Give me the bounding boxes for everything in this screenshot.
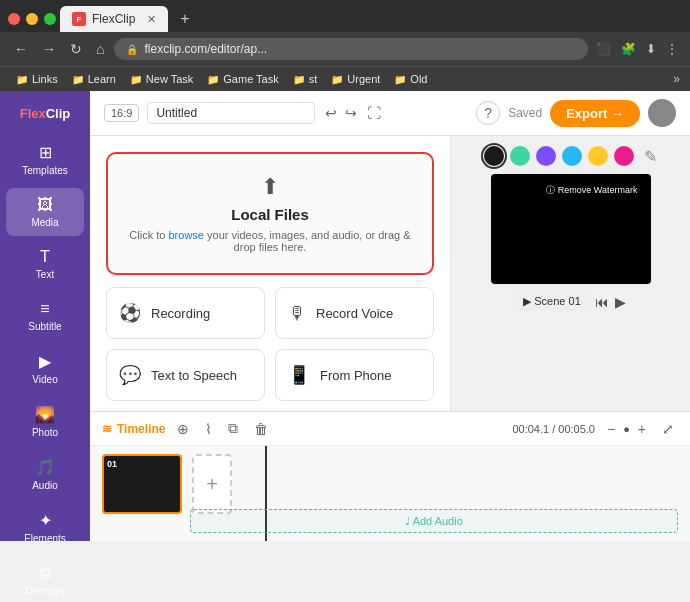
reload-button[interactable]: ↻	[66, 39, 86, 59]
scene-thumbnail[interactable]: 01	[102, 454, 182, 514]
bookmark-newtask[interactable]: 📁New Task	[124, 71, 199, 87]
bookmark-links[interactable]: 📁Links	[10, 71, 64, 87]
timeline-content: 01 + ♩ Add Audio	[90, 446, 690, 541]
timeline-header: ≋ Timeline ⊕ ⌇ ⧉ 🗑 00:04.1 / 00:05.0 − ●…	[90, 412, 690, 446]
video-icon: ▶	[39, 352, 51, 371]
remove-watermark-button[interactable]: ⓘ Remove Watermark	[541, 182, 642, 199]
edit-colors-button[interactable]: ✎	[644, 147, 657, 166]
sidebar-item-photo[interactable]: 🌄 Photo	[6, 397, 84, 446]
tab-close-button[interactable]: ✕	[147, 13, 156, 26]
extensions-icon[interactable]: ⬛	[594, 40, 613, 58]
preview-container: ⓘ Remove Watermark	[491, 174, 651, 284]
audio-icon: 🎵	[35, 458, 55, 477]
bookmark-st[interactable]: 📁st	[287, 71, 324, 87]
color-yellow[interactable]	[588, 146, 608, 166]
content-area: ⬆ Local Files Click to browse your video…	[90, 136, 690, 411]
new-tab-button[interactable]: +	[172, 6, 197, 32]
sidebar-item-overlays[interactable]: ⧉ Overlays	[6, 556, 84, 602]
timeline-add-button[interactable]: ⊕	[173, 419, 193, 439]
browser-tab[interactable]: F FlexClip ✕	[60, 6, 168, 32]
zoom-dot: ●	[623, 423, 630, 435]
media-option-record-voice[interactable]: 🎙 Record Voice	[275, 287, 434, 339]
media-options-grid: ⚽ Recording 🎙 Record Voice 💬 Text to Spe…	[106, 287, 434, 401]
sidebar-item-video[interactable]: ▶ Video	[6, 344, 84, 393]
bookmarks-more[interactable]: »	[673, 72, 680, 86]
text-icon: T	[40, 248, 50, 266]
puzzle-icon[interactable]: 🧩	[619, 40, 638, 58]
color-pink[interactable]	[614, 146, 634, 166]
title-input[interactable]	[147, 102, 315, 124]
bookmark-old[interactable]: 📁Old	[388, 71, 433, 87]
photo-icon: 🌄	[35, 405, 55, 424]
add-scene-button[interactable]: +	[192, 454, 232, 514]
color-blue[interactable]	[562, 146, 582, 166]
timeline-expand-button[interactable]: ⤢	[658, 419, 678, 439]
upload-subtitle: Click to browse your videos, images, and…	[128, 229, 412, 253]
sidebar-item-text[interactable]: T Text	[6, 240, 84, 288]
media-option-from-phone[interactable]: 📱 From Phone	[275, 349, 434, 401]
fullscreen-button[interactable]: ⛶	[367, 105, 381, 121]
color-palette: ✎	[461, 146, 680, 166]
address-bar[interactable]: 🔒 flexclip.com/editor/ap...	[114, 38, 588, 60]
timeline: ≋ Timeline ⊕ ⌇ ⧉ 🗑 00:04.1 / 00:05.0 − ●…	[90, 411, 690, 541]
text-speech-icon: 💬	[119, 364, 141, 386]
window-minimize[interactable]	[26, 13, 38, 25]
microphone-icon: 🎙	[288, 303, 306, 324]
playback-buttons: ⏮ ▶	[595, 294, 626, 310]
color-purple[interactable]	[536, 146, 556, 166]
media-icon: 🖼	[37, 196, 53, 214]
download-icon[interactable]: ⬇	[644, 40, 658, 58]
sidebar-item-elements[interactable]: ✦ Elements	[6, 503, 84, 552]
sidebar-item-subtitle[interactable]: ≡ Subtitle	[6, 292, 84, 340]
media-option-text-to-speech[interactable]: 💬 Text to Speech	[106, 349, 265, 401]
aspect-ratio[interactable]: 16:9	[104, 104, 139, 122]
home-button[interactable]: ⌂	[92, 39, 108, 59]
back-button[interactable]: ←	[10, 39, 32, 59]
app-logo: FlexClip	[20, 101, 71, 131]
redo-button[interactable]: ↪	[343, 103, 359, 123]
bookmark-learn[interactable]: 📁Learn	[66, 71, 122, 87]
timeline-zoom: − ● +	[603, 419, 650, 439]
export-button[interactable]: Export →	[550, 100, 640, 127]
bookmark-gametask[interactable]: 📁Game Task	[201, 71, 284, 87]
help-button[interactable]: ?	[476, 101, 500, 125]
sidebar-item-audio[interactable]: 🎵 Audio	[6, 450, 84, 499]
browse-link[interactable]: browse	[168, 229, 203, 241]
elements-icon: ✦	[39, 511, 52, 530]
settings-icon[interactable]: ⋮	[664, 40, 680, 58]
color-teal[interactable]	[510, 146, 530, 166]
zoom-out-button[interactable]: −	[603, 419, 619, 439]
timeline-copy-button[interactable]: ⧉	[224, 418, 242, 439]
preview-panel: ✎ ⓘ Remove Watermark ▶ Scene 01 ⏮ ▶	[450, 136, 690, 411]
subtitle-icon: ≡	[40, 300, 49, 318]
tab-favicon: F	[72, 12, 86, 26]
user-avatar[interactable]	[648, 99, 676, 127]
window-close[interactable]	[8, 13, 20, 25]
timeline-time: 00:04.1 / 00:05.0	[512, 423, 595, 435]
overlays-icon: ⧉	[40, 564, 51, 582]
play-button[interactable]: ▶	[615, 294, 626, 310]
upload-title: Local Files	[231, 206, 309, 223]
zoom-in-button[interactable]: +	[634, 419, 650, 439]
url-text: flexclip.com/editor/ap...	[144, 42, 576, 56]
sidebar: FlexClip ⊞ Templates 🖼 Media T Text ≡ Su…	[0, 91, 90, 541]
media-option-recording[interactable]: ⚽ Recording	[106, 287, 265, 339]
timeline-delete-button[interactable]: 🗑	[250, 419, 272, 439]
window-maximize[interactable]	[44, 13, 56, 25]
tab-title: FlexClip	[92, 12, 135, 26]
sidebar-item-media[interactable]: 🖼 Media	[6, 188, 84, 236]
undo-redo-group: ↩ ↪	[323, 103, 359, 123]
top-toolbar: 16:9 ↩ ↪ ⛶ ? Saved Export →	[90, 91, 690, 136]
scene-label: ▶ Scene 01	[515, 292, 589, 311]
upload-icon: ⬆	[261, 174, 279, 200]
forward-button[interactable]: →	[38, 39, 60, 59]
upload-box[interactable]: ⬆ Local Files Click to browse your video…	[106, 152, 434, 275]
skip-back-button[interactable]: ⏮	[595, 294, 609, 310]
sidebar-item-templates[interactable]: ⊞ Templates	[6, 135, 84, 184]
undo-button[interactable]: ↩	[323, 103, 339, 123]
bookmark-urgent[interactable]: 📁Urgent	[325, 71, 386, 87]
scene-controls: ▶ Scene 01 ⏮ ▶	[515, 292, 626, 311]
add-audio-track[interactable]: ♩ Add Audio	[190, 509, 678, 533]
timeline-split-button[interactable]: ⌇	[201, 419, 216, 439]
color-black[interactable]	[484, 146, 504, 166]
